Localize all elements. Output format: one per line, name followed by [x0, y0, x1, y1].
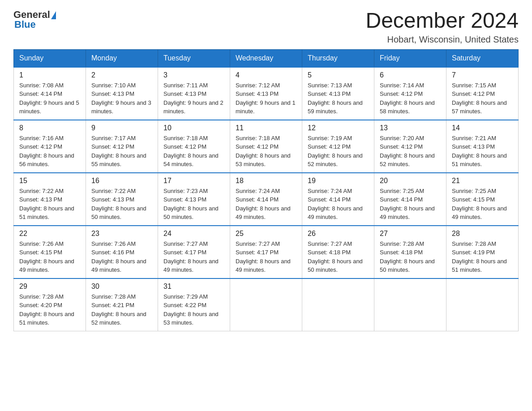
calendar-cell: 25 Sunrise: 7:27 AMSunset: 4:17 PMDaylig…: [230, 226, 302, 278]
day-number: 28: [452, 230, 513, 238]
day-info: Sunrise: 7:29 AMSunset: 4:22 PMDaylight:…: [163, 292, 224, 327]
day-info: Sunrise: 7:24 AMSunset: 4:14 PMDaylight:…: [236, 187, 296, 222]
day-number: 12: [308, 124, 369, 132]
day-number: 24: [163, 230, 224, 238]
calendar-cell: 20 Sunrise: 7:25 AMSunset: 4:14 PMDaylig…: [374, 173, 446, 226]
day-info: Sunrise: 7:14 AMSunset: 4:12 PMDaylight:…: [380, 81, 441, 116]
calendar-cell: [374, 278, 446, 331]
calendar-cell: 3 Sunrise: 7:11 AMSunset: 4:13 PMDayligh…: [158, 67, 230, 120]
title-area: December 2024 Hobart, Wisconsin, United …: [365, 9, 519, 45]
day-info: Sunrise: 7:26 AMSunset: 4:15 PMDaylight:…: [19, 240, 80, 274]
day-number: 5: [308, 71, 369, 79]
day-info: Sunrise: 7:10 AMSunset: 4:13 PMDaylight:…: [91, 81, 152, 116]
day-info: Sunrise: 7:25 AMSunset: 4:14 PMDaylight:…: [380, 187, 441, 222]
day-number: 31: [163, 283, 224, 291]
day-number: 16: [91, 177, 152, 185]
calendar-cell: 26 Sunrise: 7:27 AMSunset: 4:18 PMDaylig…: [302, 226, 374, 278]
calendar-week-row: 22 Sunrise: 7:26 AMSunset: 4:15 PMDaylig…: [14, 226, 519, 278]
day-info: Sunrise: 7:13 AMSunset: 4:13 PMDaylight:…: [308, 81, 369, 116]
day-info: Sunrise: 7:08 AMSunset: 4:14 PMDaylight:…: [19, 81, 80, 116]
calendar-cell: 24 Sunrise: 7:27 AMSunset: 4:17 PMDaylig…: [158, 226, 230, 278]
calendar-cell: 11 Sunrise: 7:18 AMSunset: 4:12 PMDaylig…: [230, 120, 302, 173]
day-number: 10: [163, 124, 224, 132]
day-number: 30: [91, 283, 152, 291]
header-saturday: Saturday: [446, 49, 519, 67]
day-number: 29: [19, 283, 80, 291]
calendar-cell: [446, 278, 519, 331]
calendar-cell: 8 Sunrise: 7:16 AMSunset: 4:12 PMDayligh…: [14, 120, 86, 173]
calendar-cell: 29 Sunrise: 7:28 AMSunset: 4:20 PMDaylig…: [14, 278, 86, 331]
day-number: 11: [236, 124, 296, 132]
day-info: Sunrise: 7:16 AMSunset: 4:12 PMDaylight:…: [19, 134, 80, 169]
calendar-cell: 15 Sunrise: 7:22 AMSunset: 4:13 PMDaylig…: [14, 173, 86, 226]
day-info: Sunrise: 7:25 AMSunset: 4:15 PMDaylight:…: [452, 187, 513, 222]
calendar-cell: 22 Sunrise: 7:26 AMSunset: 4:15 PMDaylig…: [14, 226, 86, 278]
day-number: 25: [236, 230, 296, 238]
day-info: Sunrise: 7:27 AMSunset: 4:17 PMDaylight:…: [236, 240, 296, 274]
day-number: 4: [236, 71, 296, 79]
calendar-cell: 18 Sunrise: 7:24 AMSunset: 4:14 PMDaylig…: [230, 173, 302, 226]
day-info: Sunrise: 7:19 AMSunset: 4:12 PMDaylight:…: [308, 134, 369, 169]
day-info: Sunrise: 7:26 AMSunset: 4:16 PMDaylight:…: [91, 240, 152, 274]
calendar-cell: 19 Sunrise: 7:24 AMSunset: 4:14 PMDaylig…: [302, 173, 374, 226]
day-info: Sunrise: 7:23 AMSunset: 4:13 PMDaylight:…: [163, 187, 224, 222]
calendar-cell: 27 Sunrise: 7:28 AMSunset: 4:18 PMDaylig…: [374, 226, 446, 278]
day-number: 6: [380, 71, 441, 79]
day-number: 19: [308, 177, 369, 185]
calendar-cell: 10 Sunrise: 7:18 AMSunset: 4:12 PMDaylig…: [158, 120, 230, 173]
day-number: 7: [452, 71, 513, 79]
calendar-cell: 9 Sunrise: 7:17 AMSunset: 4:12 PMDayligh…: [86, 120, 158, 173]
calendar-cell: 17 Sunrise: 7:23 AMSunset: 4:13 PMDaylig…: [158, 173, 230, 226]
day-number: 17: [163, 177, 224, 185]
calendar-week-row: 1 Sunrise: 7:08 AMSunset: 4:14 PMDayligh…: [14, 67, 519, 120]
header-monday: Monday: [86, 49, 158, 67]
day-info: Sunrise: 7:18 AMSunset: 4:12 PMDaylight:…: [163, 134, 224, 169]
day-number: 8: [19, 124, 80, 132]
day-info: Sunrise: 7:12 AMSunset: 4:13 PMDaylight:…: [236, 81, 296, 116]
day-number: 3: [163, 71, 224, 79]
day-info: Sunrise: 7:28 AMSunset: 4:18 PMDaylight:…: [380, 240, 441, 274]
day-number: 15: [19, 177, 80, 185]
header-thursday: Thursday: [302, 49, 374, 67]
location-title: Hobart, Wisconsin, United States: [365, 34, 519, 45]
day-info: Sunrise: 7:21 AMSunset: 4:13 PMDaylight:…: [452, 134, 513, 169]
calendar-cell: 6 Sunrise: 7:14 AMSunset: 4:12 PMDayligh…: [374, 67, 446, 120]
header-sunday: Sunday: [14, 49, 86, 67]
day-info: Sunrise: 7:27 AMSunset: 4:17 PMDaylight:…: [163, 240, 224, 274]
day-info: Sunrise: 7:28 AMSunset: 4:20 PMDaylight:…: [19, 292, 80, 327]
day-info: Sunrise: 7:22 AMSunset: 4:13 PMDaylight:…: [91, 187, 152, 222]
day-info: Sunrise: 7:24 AMSunset: 4:14 PMDaylight:…: [308, 187, 369, 222]
calendar-cell: 31 Sunrise: 7:29 AMSunset: 4:22 PMDaylig…: [158, 278, 230, 331]
logo-blue-text: Blue: [14, 19, 36, 30]
day-number: 1: [19, 71, 80, 79]
calendar-cell: [302, 278, 374, 331]
day-number: 2: [91, 71, 152, 79]
header-tuesday: Tuesday: [158, 49, 230, 67]
day-number: 21: [452, 177, 513, 185]
calendar-cell: 7 Sunrise: 7:15 AMSunset: 4:12 PMDayligh…: [446, 67, 519, 120]
calendar-cell: 12 Sunrise: 7:19 AMSunset: 4:12 PMDaylig…: [302, 120, 374, 173]
calendar-cell: 4 Sunrise: 7:12 AMSunset: 4:13 PMDayligh…: [230, 67, 302, 120]
calendar-cell: 1 Sunrise: 7:08 AMSunset: 4:14 PMDayligh…: [14, 67, 86, 120]
calendar-cell: 21 Sunrise: 7:25 AMSunset: 4:15 PMDaylig…: [446, 173, 519, 226]
day-info: Sunrise: 7:22 AMSunset: 4:13 PMDaylight:…: [19, 187, 80, 222]
day-number: 23: [91, 230, 152, 238]
day-number: 22: [19, 230, 80, 238]
page-header: General Blue December 2024 Hobart, Wisco…: [13, 9, 519, 45]
calendar-cell: 14 Sunrise: 7:21 AMSunset: 4:13 PMDaylig…: [446, 120, 519, 173]
calendar-header-row: SundayMondayTuesdayWednesdayThursdayFrid…: [14, 49, 519, 67]
calendar-week-row: 15 Sunrise: 7:22 AMSunset: 4:13 PMDaylig…: [14, 173, 519, 226]
calendar-week-row: 29 Sunrise: 7:28 AMSunset: 4:20 PMDaylig…: [14, 278, 519, 331]
day-number: 26: [308, 230, 369, 238]
calendar-cell: 2 Sunrise: 7:10 AMSunset: 4:13 PMDayligh…: [86, 67, 158, 120]
calendar-cell: 16 Sunrise: 7:22 AMSunset: 4:13 PMDaylig…: [86, 173, 158, 226]
logo-triangle-icon: [51, 11, 56, 19]
day-number: 20: [380, 177, 441, 185]
calendar-table: SundayMondayTuesdayWednesdayThursdayFrid…: [13, 49, 519, 331]
day-info: Sunrise: 7:18 AMSunset: 4:12 PMDaylight:…: [236, 134, 296, 169]
calendar-cell: 28 Sunrise: 7:28 AMSunset: 4:19 PMDaylig…: [446, 226, 519, 278]
calendar-week-row: 8 Sunrise: 7:16 AMSunset: 4:12 PMDayligh…: [14, 120, 519, 173]
header-wednesday: Wednesday: [230, 49, 302, 67]
month-title: December 2024: [365, 9, 519, 33]
day-number: 13: [380, 124, 441, 132]
